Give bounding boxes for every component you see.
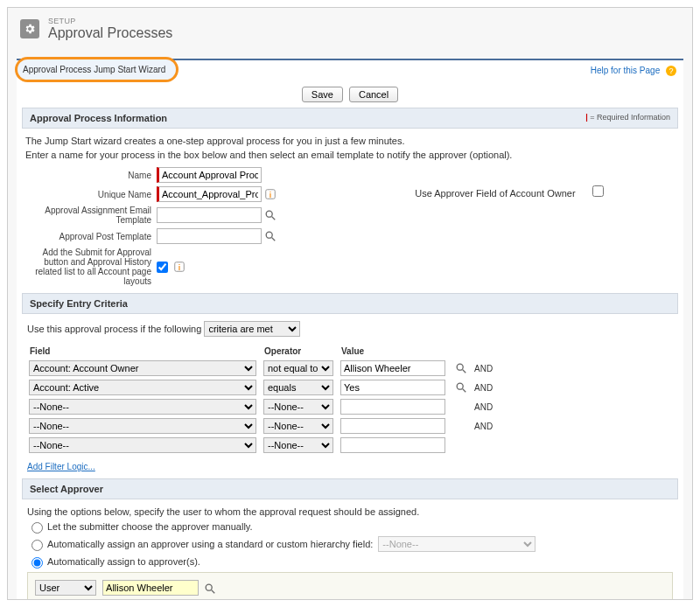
info-icon[interactable]: i: [264, 188, 276, 200]
wizard-title-pill: Approval Process Jump Start Wizard: [15, 57, 178, 82]
radio-manual-label: Let the submitter choose the approver ma…: [47, 521, 253, 532]
svg-text:i: i: [178, 263, 180, 272]
hierarchy-field-select: --None--: [378, 536, 536, 552]
lookup-icon[interactable]: [204, 583, 216, 595]
criteria-preamble: Use this approval process if the followi…: [27, 324, 201, 334]
conj: AND: [474, 398, 498, 415]
email-template-label: Approval Assignment Email Template: [25, 206, 157, 225]
name-label: Name: [25, 171, 157, 180]
svg-point-12: [206, 584, 212, 590]
gear-icon: [20, 19, 39, 38]
approver-user-input[interactable]: [102, 580, 199, 596]
criteria-op-select[interactable]: --None--: [263, 399, 333, 415]
radio-manual[interactable]: [32, 522, 43, 534]
email-template-input[interactable]: [157, 207, 262, 223]
setup-label: SETUP: [48, 17, 172, 25]
criteria-field-select[interactable]: Account: Account Owner: [29, 360, 256, 376]
svg-point-4: [266, 232, 272, 238]
svg-line-9: [463, 370, 466, 373]
approver-field-label: Use Approver Field of Account Owner: [415, 188, 575, 199]
page-header: SETUP Approval Processes: [8, 8, 692, 46]
conj: [474, 436, 498, 454]
svg-line-11: [463, 389, 466, 393]
criteria-value-input[interactable]: [340, 380, 445, 395]
approver-preamble: Using the options below, specify the use…: [27, 506, 673, 517]
section-approval-info: Approval Process Information | = Require…: [22, 108, 678, 129]
criteria-row: Account: Account Owner not equal to AND: [29, 359, 498, 377]
post-template-label: Approval Post Template: [25, 232, 157, 241]
post-template-input[interactable]: [157, 228, 262, 244]
top-button-bar: Save Cancel: [22, 81, 678, 108]
section-criteria: Specify Entry Criteria: [22, 293, 678, 314]
criteria-op-select[interactable]: not equal to: [263, 360, 333, 376]
radio-auto[interactable]: [32, 557, 43, 569]
svg-line-5: [272, 238, 276, 241]
lookup-icon[interactable]: [455, 362, 467, 374]
info-icon[interactable]: i: [173, 261, 186, 273]
save-button[interactable]: Save: [302, 87, 343, 102]
criteria-field-select[interactable]: --None--: [29, 437, 256, 453]
col-operator: Operator: [263, 345, 339, 358]
help-link-text: Help for this Page: [591, 66, 661, 75]
svg-line-13: [212, 590, 215, 594]
unique-name-label: Unique Name: [25, 190, 157, 199]
lookup-icon[interactable]: [455, 381, 467, 394]
criteria-field-select[interactable]: Account: Active: [29, 380, 256, 395]
svg-point-8: [457, 364, 463, 370]
criteria-value-input[interactable]: [340, 399, 445, 415]
lookup-icon[interactable]: [264, 230, 276, 242]
criteria-row: --None-- --None-- AND: [29, 417, 498, 435]
section-approver: Select Approver: [22, 478, 678, 499]
intro-line2: Enter a name for your process in the box…: [22, 148, 678, 162]
criteria-op-select[interactable]: --None--: [263, 437, 333, 453]
radio-auto-label: Automatically assign to approver(s).: [47, 556, 200, 567]
add-submit-checkbox[interactable]: [157, 262, 168, 273]
col-field: Field: [29, 345, 262, 358]
radio-hierarchy-label: Automatically assign an approver using a…: [47, 539, 373, 549]
criteria-row: --None-- --None-- AND: [29, 398, 498, 415]
unique-name-input[interactable]: [157, 186, 262, 202]
help-icon: ?: [666, 66, 676, 76]
criteria-condition-select[interactable]: criteria are met: [204, 321, 300, 337]
approver-field-checkbox[interactable]: [592, 185, 604, 197]
conj: AND: [474, 417, 498, 435]
criteria-row: Account: Active equals AND: [29, 379, 498, 396]
svg-text:i: i: [270, 191, 271, 199]
svg-line-3: [272, 217, 276, 220]
approver-type-select[interactable]: User: [35, 580, 96, 596]
criteria-op-select[interactable]: --None--: [263, 418, 333, 434]
criteria-row: --None-- --None--: [29, 436, 498, 454]
conj: AND: [474, 379, 498, 396]
criteria-field-select[interactable]: --None--: [29, 418, 256, 434]
name-input[interactable]: [157, 167, 262, 183]
col-value: Value: [340, 345, 451, 358]
criteria-field-select[interactable]: --None--: [29, 399, 256, 415]
criteria-value-input[interactable]: [340, 437, 445, 453]
conj: AND: [474, 359, 498, 377]
criteria-value-input[interactable]: [340, 360, 445, 376]
required-info-note: | = Required Information: [585, 113, 670, 122]
add-submit-label: Add the Submit for Approval button and A…: [25, 248, 157, 286]
section-approval-info-title: Approval Process Information: [30, 113, 167, 123]
lookup-icon[interactable]: [264, 209, 276, 221]
radio-hierarchy[interactable]: [32, 540, 43, 551]
add-filter-logic-link[interactable]: Add Filter Logic...: [27, 462, 95, 471]
svg-point-10: [457, 383, 463, 389]
cancel-button[interactable]: Cancel: [349, 87, 398, 102]
svg-point-2: [266, 211, 272, 217]
criteria-op-select[interactable]: equals: [263, 380, 333, 395]
criteria-value-input[interactable]: [340, 418, 445, 434]
help-for-page-link[interactable]: Help for this Page ?: [591, 66, 676, 76]
page-title: Approval Processes: [48, 25, 172, 41]
intro-line1: The Jump Start wizard creates a one-step…: [22, 129, 678, 148]
